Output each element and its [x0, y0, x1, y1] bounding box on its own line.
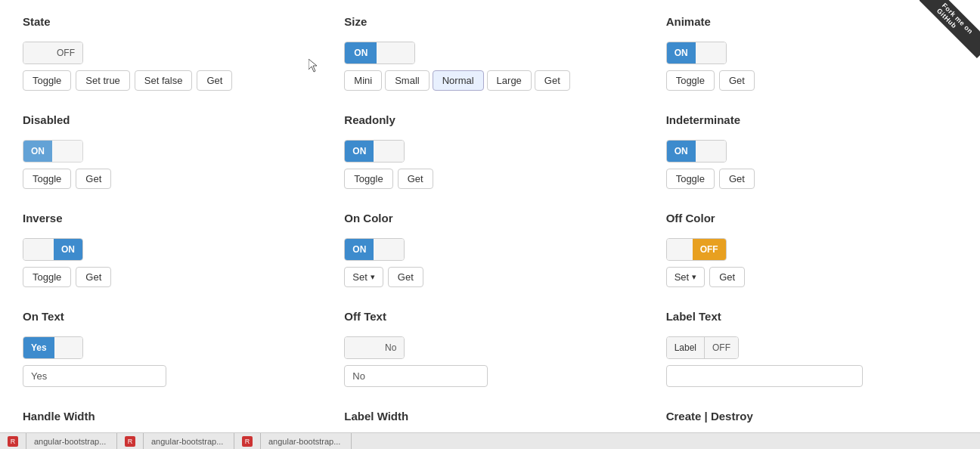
disabled-title: Disabled: [23, 113, 314, 126]
inverse-btn-row: Toggle Get: [23, 267, 314, 287]
on-color-btn-row: Set Get: [344, 267, 635, 287]
inverse-get-btn[interactable]: Get: [76, 267, 111, 287]
inverse-toggle[interactable]: ON: [23, 238, 83, 261]
size-section: Size ON Mini Small Normal Large Get: [344, 15, 635, 91]
disabled-toggle[interactable]: ON: [23, 140, 83, 163]
disabled-get-btn[interactable]: Get: [76, 169, 111, 189]
size-toggle[interactable]: ON: [344, 42, 415, 64]
on-text-toggle-on: Yes: [23, 337, 54, 358]
disabled-section: Disabled ON Toggle Get: [23, 113, 314, 189]
on-text-toggle[interactable]: Yes: [23, 336, 83, 359]
indeterminate-toggle-on: ON: [667, 141, 696, 162]
label-text-input[interactable]: [666, 365, 863, 387]
on-color-section: On Color ON Set Get: [344, 212, 635, 287]
create-destroy-title: Create | Destroy: [666, 410, 957, 423]
animate-section: Animate ON Toggle Get: [666, 15, 957, 91]
off-text-section: Off Text No: [344, 310, 635, 387]
readonly-toggle-on: ON: [345, 141, 374, 162]
bottom-bar: R angular-bootstrap... R angular-bootstr…: [0, 432, 980, 449]
state-btn-row: Toggle Set true Set false Get: [23, 70, 314, 91]
disabled-toggle-btn[interactable]: Toggle: [23, 169, 71, 189]
svg-text:R: R: [245, 438, 250, 445]
bottom-bar-item-2[interactable]: angular-bootstrap...: [26, 433, 117, 449]
state-toggle[interactable]: OFF: [23, 42, 83, 64]
handle-width-title: Handle Width: [23, 410, 314, 423]
indeterminate-toggle[interactable]: ON: [666, 140, 727, 163]
off-color-toggle[interactable]: OFF: [666, 238, 727, 261]
indeterminate-section: Indeterminate ON Toggle Get: [666, 113, 957, 189]
bottom-bar-item-5[interactable]: R: [234, 433, 261, 449]
off-text-title: Off Text: [344, 310, 635, 323]
on-color-set-btn[interactable]: Set: [344, 267, 383, 287]
animate-toggle[interactable]: ON: [666, 42, 727, 64]
size-large-btn[interactable]: Large: [487, 70, 532, 91]
disabled-btn-row: Toggle Get: [23, 169, 314, 189]
off-text-toggle[interactable]: No: [344, 336, 405, 359]
state-section: State OFF Toggle Set true Set false Get: [23, 15, 314, 91]
size-mini-btn[interactable]: Mini: [344, 70, 382, 91]
on-color-get-btn[interactable]: Get: [388, 267, 423, 287]
inverse-toggle-btn[interactable]: Toggle: [23, 267, 71, 287]
inverse-section: Inverse ON Toggle Get: [23, 212, 314, 287]
indeterminate-get-btn[interactable]: Get: [719, 169, 755, 189]
off-text-toggle-off: No: [377, 337, 404, 358]
bottom-bar-item-1[interactable]: R: [0, 433, 26, 449]
label-text-toggle[interactable]: Label OFF: [666, 336, 739, 359]
animate-toggle-btn[interactable]: Toggle: [666, 70, 715, 91]
on-color-toggle-on: ON: [345, 239, 374, 260]
size-btn-row: Mini Small Normal Large Get: [344, 70, 635, 91]
state-set-true-btn[interactable]: Set true: [76, 70, 130, 91]
fork-banner[interactable]: Fork me onGitHub: [920, 0, 980, 60]
main-content: State OFF Toggle Set true Set false Get …: [0, 0, 980, 449]
readonly-toggle-btn[interactable]: Toggle: [344, 169, 392, 189]
size-small-btn[interactable]: Small: [385, 70, 430, 91]
size-toggle-on: ON: [345, 42, 377, 63]
state-set-false-btn[interactable]: Set false: [135, 70, 193, 91]
readonly-title: Readonly: [344, 113, 635, 126]
on-text-input[interactable]: [23, 365, 166, 387]
on-color-toggle[interactable]: ON: [344, 238, 405, 261]
bottom-bar-item-3[interactable]: R: [117, 433, 144, 449]
label-text-title: Label Text: [666, 310, 957, 323]
bottom-bar-item-6[interactable]: angular-bootstrap...: [261, 433, 352, 449]
animate-btn-row: Toggle Get: [666, 70, 957, 91]
on-text-title: On Text: [23, 310, 314, 323]
off-text-input[interactable]: [344, 365, 488, 387]
indeterminate-toggle-btn[interactable]: Toggle: [666, 169, 715, 189]
label-text-off: OFF: [705, 337, 738, 358]
off-color-section: Off Color OFF Set Get: [666, 212, 957, 287]
state-title: State: [23, 15, 314, 28]
state-toggle-btn[interactable]: Toggle: [23, 70, 71, 91]
on-color-title: On Color: [344, 212, 635, 224]
inverse-toggle-on: ON: [54, 239, 82, 260]
disabled-toggle-on: ON: [23, 141, 52, 162]
off-color-btn-row: Set Get: [666, 267, 957, 287]
inverse-title: Inverse: [23, 212, 314, 224]
indeterminate-title: Indeterminate: [666, 113, 957, 126]
label-text-section: Label Text Label OFF: [666, 310, 957, 387]
bottom-bar-item-4[interactable]: angular-bootstrap...: [144, 433, 234, 449]
label-text-label: Label: [667, 337, 705, 358]
off-color-set-btn[interactable]: Set: [666, 267, 706, 287]
fork-banner-text: Fork me onGitHub: [920, 0, 980, 58]
svg-text:R: R: [128, 438, 133, 445]
readonly-section: Readonly ON Toggle Get: [344, 113, 635, 189]
svg-text:R: R: [11, 438, 16, 445]
animate-title: Animate: [666, 15, 957, 28]
readonly-get-btn[interactable]: Get: [398, 169, 433, 189]
animate-get-btn[interactable]: Get: [719, 70, 755, 91]
indeterminate-btn-row: Toggle Get: [666, 169, 957, 189]
size-normal-btn[interactable]: Normal: [433, 70, 484, 91]
size-title: Size: [344, 15, 635, 28]
animate-toggle-on: ON: [667, 42, 696, 63]
on-text-section: On Text Yes: [23, 310, 314, 387]
off-color-toggle-off: OFF: [693, 239, 726, 260]
state-toggle-off: OFF: [49, 42, 82, 63]
off-color-get-btn[interactable]: Get: [709, 267, 745, 287]
state-get-btn[interactable]: Get: [197, 70, 232, 91]
size-get-btn[interactable]: Get: [535, 70, 570, 91]
readonly-btn-row: Toggle Get: [344, 169, 635, 189]
label-width-title: Label Width: [344, 410, 635, 423]
off-color-title: Off Color: [666, 212, 957, 224]
readonly-toggle[interactable]: ON: [344, 140, 405, 163]
